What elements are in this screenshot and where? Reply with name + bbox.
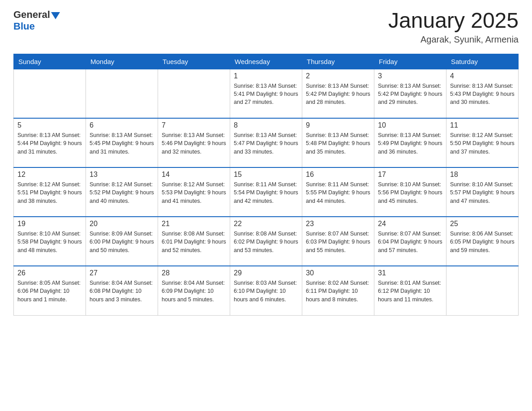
day-number: 8	[234, 121, 298, 129]
day-info: Sunrise: 8:08 AM Sunset: 6:02 PM Dayligh…	[234, 230, 298, 254]
calendar-cell: 15Sunrise: 8:11 AM Sunset: 5:54 PM Dayli…	[230, 167, 302, 217]
calendar-cell: 22Sunrise: 8:08 AM Sunset: 6:02 PM Dayli…	[230, 217, 302, 266]
day-info: Sunrise: 8:06 AM Sunset: 6:05 PM Dayligh…	[450, 230, 515, 254]
day-number: 6	[90, 121, 154, 129]
calendar-body: 1Sunrise: 8:13 AM Sunset: 5:41 PM Daylig…	[14, 69, 519, 315]
day-info: Sunrise: 8:13 AM Sunset: 5:43 PM Dayligh…	[450, 82, 515, 106]
day-number: 5	[17, 121, 82, 129]
day-number: 26	[17, 269, 82, 277]
day-info: Sunrise: 8:13 AM Sunset: 5:48 PM Dayligh…	[306, 131, 370, 155]
day-number: 17	[378, 171, 442, 179]
day-number: 11	[450, 121, 515, 129]
week-row-3: 12Sunrise: 8:12 AM Sunset: 5:51 PM Dayli…	[14, 167, 519, 217]
calendar-cell: 13Sunrise: 8:12 AM Sunset: 5:52 PM Dayli…	[86, 167, 158, 217]
calendar-cell: 2Sunrise: 8:13 AM Sunset: 5:42 PM Daylig…	[302, 69, 374, 118]
calendar-cell: 14Sunrise: 8:12 AM Sunset: 5:53 PM Dayli…	[158, 167, 230, 217]
calendar-cell: 1Sunrise: 8:13 AM Sunset: 5:41 PM Daylig…	[230, 69, 302, 118]
header-cell-monday: Monday	[86, 54, 158, 69]
day-number: 14	[162, 171, 226, 179]
day-number: 7	[162, 121, 226, 129]
calendar-cell: 11Sunrise: 8:12 AM Sunset: 5:50 PM Dayli…	[446, 118, 519, 167]
page-header: General Blue January 2025 Agarak, Syunik…	[13, 9, 519, 45]
calendar-subtitle: Agarak, Syunik, Armenia	[388, 34, 519, 45]
week-row-5: 26Sunrise: 8:05 AM Sunset: 6:06 PM Dayli…	[14, 266, 519, 315]
calendar-cell: 17Sunrise: 8:10 AM Sunset: 5:56 PM Dayli…	[374, 167, 446, 217]
week-row-2: 5Sunrise: 8:13 AM Sunset: 5:44 PM Daylig…	[14, 118, 519, 167]
day-info: Sunrise: 8:13 AM Sunset: 5:41 PM Dayligh…	[234, 82, 298, 106]
day-info: Sunrise: 8:05 AM Sunset: 6:06 PM Dayligh…	[17, 279, 82, 303]
calendar-cell: 21Sunrise: 8:08 AM Sunset: 6:01 PM Dayli…	[158, 217, 230, 266]
day-number: 23	[306, 220, 370, 228]
logo-general-text: General	[13, 9, 50, 21]
day-info: Sunrise: 8:13 AM Sunset: 5:47 PM Dayligh…	[234, 131, 298, 155]
day-number: 22	[234, 220, 298, 228]
day-info: Sunrise: 8:12 AM Sunset: 5:51 PM Dayligh…	[17, 180, 82, 205]
day-info: Sunrise: 8:13 AM Sunset: 5:46 PM Dayligh…	[162, 131, 226, 155]
calendar-cell: 18Sunrise: 8:10 AM Sunset: 5:57 PM Dayli…	[446, 167, 519, 217]
day-info: Sunrise: 8:13 AM Sunset: 5:49 PM Dayligh…	[378, 131, 442, 155]
calendar-cell: 25Sunrise: 8:06 AM Sunset: 6:05 PM Dayli…	[446, 217, 519, 266]
header-cell-sunday: Sunday	[14, 54, 86, 69]
calendar-cell: 26Sunrise: 8:05 AM Sunset: 6:06 PM Dayli…	[14, 266, 86, 315]
day-number: 9	[306, 121, 370, 129]
day-number: 31	[378, 269, 442, 277]
day-number: 4	[450, 72, 515, 80]
calendar-cell	[446, 266, 519, 315]
calendar-cell: 5Sunrise: 8:13 AM Sunset: 5:44 PM Daylig…	[14, 118, 86, 167]
calendar-cell: 3Sunrise: 8:13 AM Sunset: 5:42 PM Daylig…	[374, 69, 446, 118]
calendar-cell: 7Sunrise: 8:13 AM Sunset: 5:46 PM Daylig…	[158, 118, 230, 167]
day-info: Sunrise: 8:13 AM Sunset: 5:44 PM Dayligh…	[17, 131, 82, 155]
day-number: 1	[234, 72, 298, 80]
day-info: Sunrise: 8:11 AM Sunset: 5:54 PM Dayligh…	[234, 180, 298, 205]
calendar-cell: 20Sunrise: 8:09 AM Sunset: 6:00 PM Dayli…	[86, 217, 158, 266]
calendar-cell	[86, 69, 158, 118]
day-info: Sunrise: 8:03 AM Sunset: 6:10 PM Dayligh…	[234, 279, 298, 303]
day-number: 16	[306, 171, 370, 179]
calendar-cell: 8Sunrise: 8:13 AM Sunset: 5:47 PM Daylig…	[230, 118, 302, 167]
calendar-cell: 31Sunrise: 8:01 AM Sunset: 6:12 PM Dayli…	[374, 266, 446, 315]
calendar-cell: 28Sunrise: 8:04 AM Sunset: 6:09 PM Dayli…	[158, 266, 230, 315]
logo-triangle-icon	[51, 12, 60, 19]
day-info: Sunrise: 8:13 AM Sunset: 5:42 PM Dayligh…	[378, 82, 442, 106]
header-cell-friday: Friday	[374, 54, 446, 69]
calendar-cell: 23Sunrise: 8:07 AM Sunset: 6:03 PM Dayli…	[302, 217, 374, 266]
day-info: Sunrise: 8:13 AM Sunset: 5:45 PM Dayligh…	[90, 131, 154, 155]
day-info: Sunrise: 8:10 AM Sunset: 5:57 PM Dayligh…	[450, 180, 515, 205]
day-number: 20	[90, 220, 154, 228]
calendar-table: SundayMondayTuesdayWednesdayThursdayFrid…	[13, 54, 519, 316]
day-number: 18	[450, 171, 515, 179]
logo: General Blue	[13, 9, 60, 32]
day-number: 21	[162, 220, 226, 228]
day-info: Sunrise: 8:02 AM Sunset: 6:11 PM Dayligh…	[306, 279, 370, 303]
day-info: Sunrise: 8:04 AM Sunset: 6:08 PM Dayligh…	[90, 279, 154, 303]
calendar-cell	[14, 69, 86, 118]
day-info: Sunrise: 8:13 AM Sunset: 5:42 PM Dayligh…	[306, 82, 370, 106]
day-number: 13	[90, 171, 154, 179]
day-number: 12	[17, 171, 82, 179]
day-info: Sunrise: 8:10 AM Sunset: 5:58 PM Dayligh…	[17, 230, 82, 254]
day-number: 15	[234, 171, 298, 179]
day-info: Sunrise: 8:07 AM Sunset: 6:04 PM Dayligh…	[378, 230, 442, 254]
calendar-cell	[158, 69, 230, 118]
day-number: 28	[162, 269, 226, 277]
calendar-cell: 24Sunrise: 8:07 AM Sunset: 6:04 PM Dayli…	[374, 217, 446, 266]
day-number: 24	[378, 220, 442, 228]
calendar-cell: 16Sunrise: 8:11 AM Sunset: 5:55 PM Dayli…	[302, 167, 374, 217]
day-number: 10	[378, 121, 442, 129]
logo-blue-text: Blue	[13, 21, 60, 32]
day-info: Sunrise: 8:12 AM Sunset: 5:53 PM Dayligh…	[162, 180, 226, 205]
calendar-cell: 30Sunrise: 8:02 AM Sunset: 6:11 PM Dayli…	[302, 266, 374, 315]
day-info: Sunrise: 8:09 AM Sunset: 6:00 PM Dayligh…	[90, 230, 154, 254]
day-info: Sunrise: 8:01 AM Sunset: 6:12 PM Dayligh…	[378, 279, 442, 303]
calendar-cell: 29Sunrise: 8:03 AM Sunset: 6:10 PM Dayli…	[230, 266, 302, 315]
day-number: 19	[17, 220, 82, 228]
calendar-cell: 19Sunrise: 8:10 AM Sunset: 5:58 PM Dayli…	[14, 217, 86, 266]
title-block: January 2025 Agarak, Syunik, Armenia	[388, 9, 519, 45]
day-number: 27	[90, 269, 154, 277]
calendar-cell: 10Sunrise: 8:13 AM Sunset: 5:49 PM Dayli…	[374, 118, 446, 167]
day-number: 30	[306, 269, 370, 277]
day-number: 25	[450, 220, 515, 228]
day-info: Sunrise: 8:07 AM Sunset: 6:03 PM Dayligh…	[306, 230, 370, 254]
day-info: Sunrise: 8:12 AM Sunset: 5:52 PM Dayligh…	[90, 180, 154, 205]
calendar-title: January 2025	[388, 9, 519, 33]
